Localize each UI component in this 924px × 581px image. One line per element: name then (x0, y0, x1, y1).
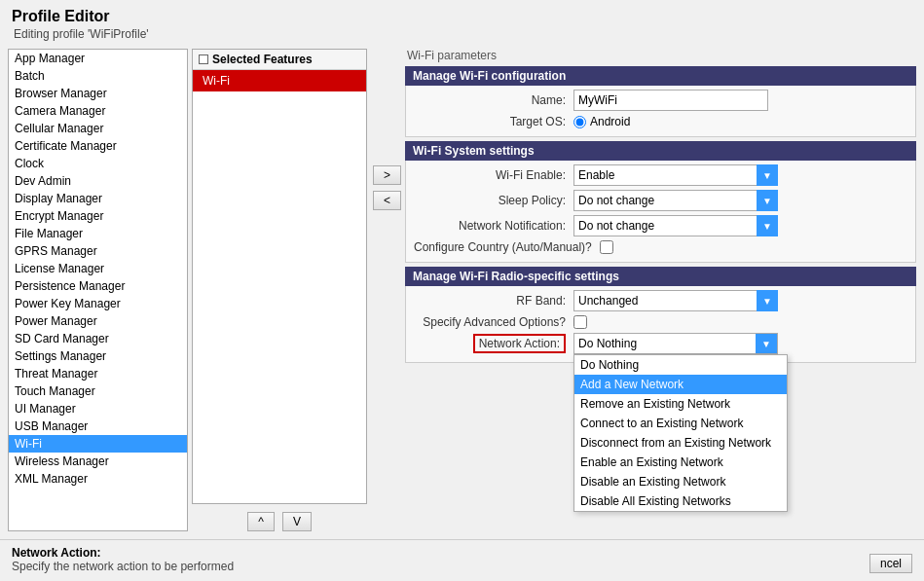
dd-item-connect-network[interactable]: Connect to an Existing Network (574, 414, 787, 433)
name-input[interactable] (573, 90, 768, 111)
wifi-enable-select[interactable]: Enable Disable Do not change (573, 164, 778, 186)
target-os-label: Target OS: (414, 115, 570, 128)
section-header-wifi-radio: Manage Wi-Fi Radio-specific settings (405, 267, 916, 286)
features-list[interactable]: App ManagerBatchBrowser ManagerCamera Ma… (8, 49, 188, 531)
move-buttons: ^ V (247, 512, 312, 531)
selected-features-label: Selected Features (212, 53, 313, 66)
dd-item-do-nothing[interactable]: Do Nothing (574, 355, 787, 375)
features-list-item[interactable]: SD Card Manager (9, 330, 187, 347)
dd-item-disable-all[interactable]: Disable All Existing Networks (574, 491, 787, 511)
rf-band-select-wrapper: Unchanged 2.4 GHz 5 GHz Both ▼ (573, 290, 778, 311)
network-notification-label: Network Notification: (414, 219, 570, 233)
status-description: Specify the network action to be perform… (12, 560, 234, 573)
network-action-dropdown-container: Do Nothing ▼ Do Nothing Add a New Networ… (573, 333, 778, 354)
selected-features-header: Selected Features (193, 50, 366, 70)
selected-features-box: Selected Features Wi-Fi (192, 49, 367, 504)
section-body-manage-wifi: Name: Target OS: Android (405, 86, 916, 137)
features-list-item[interactable]: Power Manager (9, 312, 187, 330)
features-list-item[interactable]: License Manager (9, 260, 187, 277)
features-list-item[interactable]: Settings Manager (9, 347, 187, 365)
main-window: Profile Editor Editing profile 'WiFiProf… (0, 0, 924, 581)
wifi-enable-label: Wi-Fi Enable: (414, 168, 570, 182)
dd-item-disconnect-network[interactable]: Disconnect from an Existing Network (574, 433, 787, 453)
selected-features-list: Wi-Fi (193, 70, 366, 91)
advanced-options-checkbox[interactable] (573, 315, 587, 329)
features-list-item[interactable]: Encrypt Manager (9, 207, 187, 225)
features-list-item[interactable]: Threat Manager (9, 365, 187, 382)
target-os-row: Target OS: Android (414, 115, 907, 128)
sleep-policy-row: Sleep Policy: Do not change Default Neve… (414, 190, 907, 211)
section-manage-wifi: Manage Wi-Fi configuration Name: Target … (405, 66, 916, 137)
features-list-item[interactable]: Display Manager (9, 190, 187, 207)
section-body-wifi-system: Wi-Fi Enable: Enable Disable Do not chan… (405, 161, 916, 263)
features-list-item[interactable]: Touch Manager (9, 382, 187, 400)
status-title: Network Action: (12, 546, 234, 560)
bottom-buttons: ncel (869, 554, 912, 573)
sleep-policy-select-wrapper: Do not change Default Never ▼ (573, 190, 778, 211)
features-list-item[interactable]: Clock (9, 155, 187, 172)
features-list-item[interactable]: File Manager (9, 225, 187, 242)
features-list-item[interactable]: Power Key Manager (9, 295, 187, 312)
wifi-enable-row: Wi-Fi Enable: Enable Disable Do not chan… (414, 164, 907, 186)
advanced-options-row: Specify Advanced Options? (414, 315, 907, 329)
network-notification-select-wrapper: Do not change Enable Disable ▼ (573, 215, 778, 236)
window-subtitle: Editing profile 'WiFiProfile' (12, 27, 912, 41)
middle-section: Selected Features Wi-Fi ^ V > < (192, 49, 401, 531)
features-list-item[interactable]: XML Manager (9, 470, 187, 488)
bottom-status: Network Action: Specify the network acti… (12, 546, 234, 573)
network-notification-row: Network Notification: Do not change Enab… (414, 215, 907, 236)
section-header-wifi-system: Wi-Fi System settings (405, 141, 916, 161)
selected-feature-item[interactable]: Wi-Fi (193, 70, 366, 91)
dd-item-add-network[interactable]: Add a New Network (574, 375, 787, 394)
section-header-manage-wifi: Manage Wi-Fi configuration (405, 66, 916, 86)
configure-country-row: Configure Country (Auto/Manual)? (414, 240, 907, 254)
rf-band-label: RF Band: (414, 294, 570, 308)
section-body-wifi-radio: RF Band: Unchanged 2.4 GHz 5 GHz Both ▼ (405, 286, 916, 363)
rf-band-select[interactable]: Unchanged 2.4 GHz 5 GHz Both (573, 290, 778, 311)
move-up-button[interactable]: ^ (247, 512, 275, 531)
advanced-options-label: Specify Advanced Options? (414, 315, 570, 329)
wifi-enable-select-wrapper: Enable Disable Do not change ▼ (573, 164, 778, 186)
window-title: Profile Editor (12, 8, 912, 25)
features-list-item[interactable]: Persistence Manager (9, 277, 187, 295)
features-list-item[interactable]: Browser Manager (9, 85, 187, 102)
title-bar: Profile Editor Editing profile 'WiFiProf… (0, 0, 924, 45)
panel-title: Wi-Fi parameters (405, 49, 916, 62)
dd-item-enable-network[interactable]: Enable an Existing Network (574, 453, 787, 472)
configure-country-label: Configure Country (Auto/Manual)? (414, 240, 596, 254)
features-list-item[interactable]: USB Manager (9, 418, 187, 435)
features-list-item[interactable]: Batch (9, 67, 187, 85)
right-panel: Wi-Fi parameters Manage Wi-Fi configurat… (405, 49, 916, 531)
target-os-android-radio[interactable] (573, 116, 586, 128)
sleep-policy-select[interactable]: Do not change Default Never (573, 190, 778, 211)
cancel-button[interactable]: ncel (869, 554, 912, 573)
move-left-button[interactable]: < (373, 191, 401, 210)
configure-country-checkbox[interactable] (600, 240, 613, 254)
network-notification-select[interactable]: Do not change Enable Disable (573, 215, 778, 236)
name-label: Name: (414, 93, 570, 107)
features-list-item[interactable]: Certificate Manager (9, 137, 187, 155)
name-row: Name: (414, 90, 907, 111)
features-list-item[interactable]: GPRS Manager (9, 242, 187, 260)
dd-item-remove-network[interactable]: Remove an Existing Network (574, 394, 787, 414)
features-list-item[interactable]: Wireless Manager (9, 453, 187, 470)
features-list-item[interactable]: Dev Admin (9, 172, 187, 190)
checkbox-icon (199, 54, 208, 64)
features-list-item[interactable]: Cellular Manager (9, 120, 187, 137)
bottom-bar: Network Action: Specify the network acti… (0, 539, 924, 581)
network-action-dropdown-list: Do Nothing Add a New Network Remove an E… (573, 354, 788, 512)
section-wifi-system: Wi-Fi System settings Wi-Fi Enable: Enab… (405, 141, 916, 263)
target-os-radio-group: Android (573, 115, 630, 128)
features-list-item[interactable]: Camera Manager (9, 102, 187, 120)
dd-item-disable-network[interactable]: Disable an Existing Network (574, 472, 787, 491)
network-action-row: Network Action: Do Nothing ▼ Do Nothing … (414, 333, 907, 354)
section-wifi-radio: Manage Wi-Fi Radio-specific settings RF … (405, 267, 916, 363)
features-list-item[interactable]: Wi-Fi (9, 435, 187, 453)
features-list-item[interactable]: App Manager (9, 50, 187, 67)
features-list-item[interactable]: UI Manager (9, 400, 187, 418)
move-down-button[interactable]: V (282, 512, 312, 531)
network-action-dropdown-selected[interactable]: Do Nothing ▼ (573, 333, 778, 354)
network-action-arrow-icon: ▼ (756, 334, 777, 353)
main-content: App ManagerBatchBrowser ManagerCamera Ma… (0, 45, 924, 539)
move-right-button[interactable]: > (373, 165, 401, 185)
